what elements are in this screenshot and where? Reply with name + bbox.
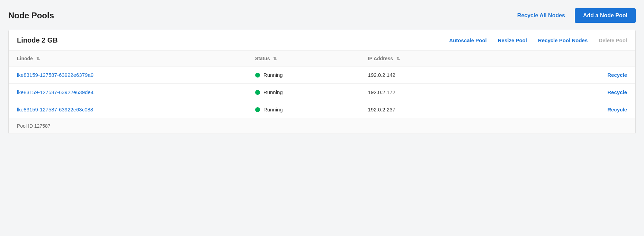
node-status-cell: Running [247, 84, 360, 101]
pool-card: Linode 2 GB Autoscale Pool Resize Pool R… [8, 30, 636, 134]
table-row: lke83159-127587-63922e639de4 Running 192… [9, 84, 635, 101]
col-header-ip[interactable]: IP Address ⇅ [360, 51, 498, 66]
top-header: Node Pools Recycle All Nodes Add a Node … [8, 8, 636, 23]
table-row: lke83159-127587-63922e6379a9 Running 192… [9, 66, 635, 84]
node-linode-cell: lke83159-127587-63922e6379a9 [9, 66, 247, 84]
node-link[interactable]: lke83159-127587-63922e6379a9 [17, 72, 93, 78]
status-running-icon [255, 73, 260, 78]
table-row: lke83159-127587-63922e63c088 Running 192… [9, 101, 635, 118]
recycle-all-nodes-button[interactable]: Recycle All Nodes [513, 10, 569, 21]
delete-pool-button[interactable]: Delete Pool [599, 37, 627, 43]
ip-sort-icon: ⇅ [396, 56, 400, 61]
nodes-tbody: lke83159-127587-63922e6379a9 Running 192… [9, 66, 635, 118]
table-header: Linode ⇅ Status ⇅ IP Address ⇅ [9, 51, 635, 66]
linode-sort-icon: ⇅ [36, 56, 40, 61]
node-action-cell: Recycle [498, 84, 635, 101]
pool-id-label: Pool ID 127587 [9, 118, 635, 134]
pool-card-header: Linode 2 GB Autoscale Pool Resize Pool R… [9, 30, 635, 51]
node-ip-value: 192.0.2.142 [368, 72, 395, 78]
nodes-table: Linode ⇅ Status ⇅ IP Address ⇅ [9, 51, 635, 118]
node-link[interactable]: lke83159-127587-63922e639de4 [17, 89, 93, 95]
page-container: Node Pools Recycle All Nodes Add a Node … [8, 8, 636, 134]
node-status-label: Running [263, 107, 283, 112]
col-header-linode[interactable]: Linode ⇅ [9, 51, 247, 66]
node-recycle-button[interactable]: Recycle [607, 107, 627, 112]
status-running-icon [255, 107, 260, 112]
node-ip-cell: 192.0.2.237 [360, 101, 498, 118]
status-running-icon [255, 90, 260, 95]
recycle-pool-nodes-button[interactable]: Recycle Pool Nodes [538, 37, 588, 43]
node-ip-cell: 192.0.2.142 [360, 66, 498, 84]
node-status-cell: Running [247, 101, 360, 118]
node-ip-cell: 192.0.2.172 [360, 84, 498, 101]
col-header-status[interactable]: Status ⇅ [247, 51, 360, 66]
node-recycle-button[interactable]: Recycle [607, 89, 627, 95]
node-ip-value: 192.0.2.237 [368, 107, 395, 112]
node-linode-cell: lke83159-127587-63922e639de4 [9, 84, 247, 101]
node-ip-value: 192.0.2.172 [368, 89, 395, 95]
node-recycle-button[interactable]: Recycle [607, 72, 627, 78]
add-node-pool-button[interactable]: Add a Node Pool [575, 8, 636, 23]
node-link[interactable]: lke83159-127587-63922e63c088 [17, 107, 93, 112]
resize-pool-button[interactable]: Resize Pool [498, 37, 527, 43]
node-status-label: Running [263, 72, 283, 78]
node-linode-cell: lke83159-127587-63922e63c088 [9, 101, 247, 118]
node-action-cell: Recycle [498, 101, 635, 118]
autoscale-pool-button[interactable]: Autoscale Pool [449, 37, 486, 43]
status-sort-icon: ⇅ [273, 56, 277, 61]
node-status-cell: Running [247, 66, 360, 84]
pool-name: Linode 2 GB [17, 36, 438, 44]
pool-header-actions: Autoscale Pool Resize Pool Recycle Pool … [449, 37, 627, 43]
top-actions: Recycle All Nodes Add a Node Pool [513, 8, 636, 23]
col-header-action [498, 51, 635, 66]
node-status-label: Running [263, 89, 283, 95]
node-action-cell: Recycle [498, 66, 635, 84]
table-header-row: Linode ⇅ Status ⇅ IP Address ⇅ [9, 51, 635, 66]
page-title: Node Pools [8, 11, 54, 20]
